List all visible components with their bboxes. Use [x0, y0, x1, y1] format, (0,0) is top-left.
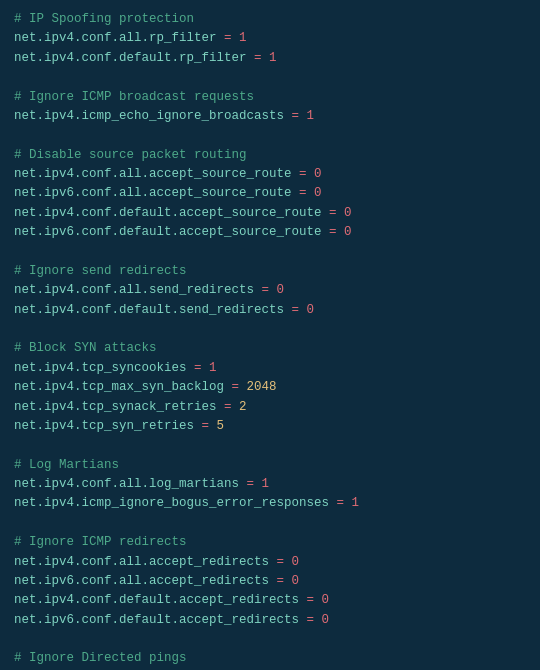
code-line: net.ipv4.tcp_synack_retries = 2 [14, 398, 526, 417]
code-key: net.ipv4.tcp_syn_retries [14, 419, 194, 433]
code-eq: = [194, 419, 217, 433]
comment-line: # Log Martians [14, 456, 526, 475]
code-line: net.ipv6.conf.all.accept_source_route = … [14, 184, 526, 203]
code-eq: = [329, 496, 352, 510]
comment-line: # Disable source packet routing [14, 146, 526, 165]
code-eq: = [284, 303, 307, 317]
comment-line: # Ignore ICMP redirects [14, 533, 526, 552]
code-val: 0 [277, 283, 285, 297]
code-line: net.ipv4.tcp_max_syn_backlog = 2048 [14, 378, 526, 397]
code-eq: = [284, 109, 307, 123]
code-val: 1 [209, 361, 217, 375]
code-val: 1 [352, 496, 360, 510]
code-line: net.ipv4.conf.all.log_martians = 1 [14, 475, 526, 494]
code-block: # IP Spoofing protectionnet.ipv4.conf.al… [0, 0, 540, 670]
code-eq: = [254, 283, 277, 297]
code-val: 0 [344, 206, 352, 220]
code-key: net.ipv4.conf.all.accept_source_route [14, 167, 292, 181]
code-key: net.ipv4.tcp_max_syn_backlog [14, 380, 224, 394]
code-eq: = [217, 400, 240, 414]
code-line: net.ipv6.conf.default.accept_source_rout… [14, 223, 526, 242]
code-eq: = [269, 574, 292, 588]
code-key: net.ipv4.icmp_ignore_bogus_error_respons… [14, 496, 329, 510]
code-val: 2 [239, 400, 247, 414]
code-eq: = [269, 555, 292, 569]
code-line: net.ipv6.conf.all.accept_redirects = 0 [14, 572, 526, 591]
code-line: net.ipv4.icmp_echo_ignore_broadcasts = 1 [14, 107, 526, 126]
code-key: net.ipv4.tcp_synack_retries [14, 400, 217, 414]
code-val: 0 [322, 593, 330, 607]
code-eq: = [292, 167, 315, 181]
code-val: 0 [292, 555, 300, 569]
code-key: net.ipv6.conf.all.accept_source_route [14, 186, 292, 200]
code-eq: = [217, 31, 240, 45]
code-val: 2048 [247, 380, 277, 394]
code-val: 0 [292, 574, 300, 588]
code-line: net.ipv4.conf.all.rp_filter = 1 [14, 29, 526, 48]
code-key: net.ipv4.tcp_syncookies [14, 361, 187, 375]
code-line: net.ipv4.icmp_ignore_bogus_error_respons… [14, 494, 526, 513]
code-key: net.ipv6.conf.default.accept_redirects [14, 613, 299, 627]
comment-line: # Ignore send redirects [14, 262, 526, 281]
code-key: net.ipv4.conf.all.send_redirects [14, 283, 254, 297]
blank-line [14, 320, 526, 339]
code-line: net.ipv4.conf.all.accept_redirects = 0 [14, 553, 526, 572]
comment-line: # Ignore Directed pings [14, 649, 526, 668]
code-val: 1 [262, 477, 270, 491]
code-line: net.ipv4.conf.all.accept_source_route = … [14, 165, 526, 184]
comment-line: # Block SYN attacks [14, 339, 526, 358]
code-val: 1 [239, 31, 247, 45]
code-line: net.ipv4.tcp_syncookies = 1 [14, 359, 526, 378]
comment-line: # IP Spoofing protection [14, 10, 526, 29]
code-eq: = [247, 51, 270, 65]
code-val: 0 [314, 167, 322, 181]
code-val: 0 [344, 225, 352, 239]
code-key: net.ipv4.conf.all.accept_redirects [14, 555, 269, 569]
code-key: net.ipv6.conf.default.accept_source_rout… [14, 225, 322, 239]
blank-line [14, 630, 526, 649]
code-val: 1 [307, 109, 315, 123]
comment-line: # Ignore ICMP broadcast requests [14, 88, 526, 107]
blank-line [14, 514, 526, 533]
code-eq: = [322, 225, 345, 239]
code-eq: = [292, 186, 315, 200]
blank-line [14, 436, 526, 455]
code-line: net.ipv4.conf.all.send_redirects = 0 [14, 281, 526, 300]
code-key: net.ipv4.conf.all.log_martians [14, 477, 239, 491]
code-eq: = [322, 206, 345, 220]
code-key: net.ipv4.conf.default.accept_redirects [14, 593, 299, 607]
code-line: net.ipv4.conf.default.accept_redirects =… [14, 591, 526, 610]
code-val: 5 [217, 419, 225, 433]
code-line: net.ipv4.conf.default.send_redirects = 0 [14, 301, 526, 320]
code-key: net.ipv4.conf.all.rp_filter [14, 31, 217, 45]
code-key: net.ipv4.conf.default.send_redirects [14, 303, 284, 317]
code-eq: = [299, 593, 322, 607]
code-line: net.ipv4.conf.default.accept_source_rout… [14, 204, 526, 223]
code-eq: = [299, 613, 322, 627]
code-val: 0 [307, 303, 315, 317]
code-val: 0 [314, 186, 322, 200]
blank-line [14, 243, 526, 262]
code-line: net.ipv4.conf.default.rp_filter = 1 [14, 49, 526, 68]
code-eq: = [239, 477, 262, 491]
code-val: 0 [322, 613, 330, 627]
code-key: net.ipv4.conf.default.accept_source_rout… [14, 206, 322, 220]
blank-line [14, 68, 526, 87]
code-val: 1 [269, 51, 277, 65]
code-key: net.ipv4.conf.default.rp_filter [14, 51, 247, 65]
code-eq: = [187, 361, 210, 375]
code-line: net.ipv4.tcp_syn_retries = 5 [14, 417, 526, 436]
blank-line [14, 126, 526, 145]
code-key: net.ipv6.conf.all.accept_redirects [14, 574, 269, 588]
code-key: net.ipv4.icmp_echo_ignore_broadcasts [14, 109, 284, 123]
code-eq: = [224, 380, 247, 394]
code-line: net.ipv6.conf.default.accept_redirects =… [14, 611, 526, 630]
